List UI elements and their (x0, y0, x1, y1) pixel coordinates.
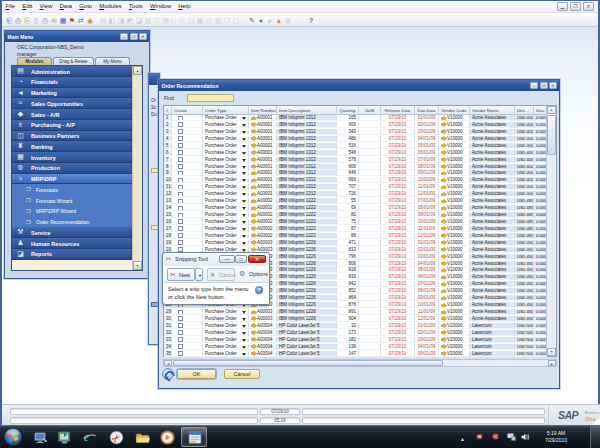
cell-item-number[interactable]: A00003 (249, 316, 277, 322)
link-arrow-icon[interactable] (441, 323, 447, 328)
create-checkbox[interactable] (178, 122, 183, 127)
column-header-create[interactable]: Create (172, 106, 203, 115)
table-icon[interactable]: ▦ (59, 16, 67, 25)
tab-modules[interactable]: Modules (17, 57, 52, 66)
link-arrow-icon[interactable] (441, 247, 447, 252)
last-record-icon[interactable]: ◪ (135, 16, 143, 25)
dropdown-arrow-icon[interactable] (242, 152, 246, 155)
create-checkbox[interactable] (178, 351, 183, 356)
cell-order-type[interactable]: Purchase Order (203, 330, 249, 336)
remote-desktop-icon[interactable] (33, 430, 48, 445)
sidebar-item-reports[interactable]: ◪Reports (12, 249, 134, 260)
link-arrow-icon[interactable] (251, 192, 257, 197)
cell-order-type[interactable]: Purchase Order (203, 351, 249, 357)
link-arrow-icon[interactable] (441, 150, 447, 155)
first-record-icon[interactable]: ◧ (108, 16, 116, 25)
cell-vendor-code[interactable]: V10000 (439, 267, 470, 273)
main-menu-close-button[interactable]: ✕ (139, 33, 147, 40)
menu-file[interactable]: File (2, 1, 19, 12)
order-window-minimize-button[interactable]: — (530, 82, 538, 89)
pencil-icon[interactable]: ✎ (248, 16, 256, 25)
dropdown-arrow-icon[interactable] (242, 221, 246, 224)
snipping-tool-icon[interactable]: ✂ (109, 430, 124, 445)
cell-item-number[interactable]: A00001 (249, 164, 277, 170)
link-arrow-icon[interactable] (251, 150, 257, 155)
link2-icon[interactable]: ▢ (232, 16, 240, 25)
dropdown-arrow-icon[interactable] (242, 207, 246, 210)
column-header-uom[interactable]: UoM (359, 106, 381, 115)
link-arrow-icon[interactable] (441, 351, 447, 356)
tab-drag-relate[interactable]: Drag & Relate (53, 57, 94, 66)
link-arrow-icon[interactable] (251, 337, 257, 342)
cell-order-type[interactable]: Purchase Order (203, 316, 249, 322)
find-icon[interactable]: ▤ (99, 16, 107, 25)
link-arrow-icon[interactable] (441, 129, 447, 134)
start-button[interactable] (3, 427, 23, 447)
cell-create[interactable] (172, 122, 203, 128)
create-checkbox[interactable] (178, 116, 183, 121)
link-arrow-icon[interactable] (251, 310, 257, 315)
dropdown-arrow-icon[interactable] (242, 318, 246, 321)
cell-vendor-code[interactable]: V10000 (439, 157, 470, 163)
tray-app-icon-1[interactable] (475, 433, 484, 441)
dropdown-arrow-icon[interactable] (242, 235, 246, 238)
create-checkbox[interactable] (178, 178, 183, 183)
cell-vendor-code[interactable]: V20000 (439, 337, 470, 343)
create-checkbox[interactable] (178, 323, 183, 328)
cell-vendor-code[interactable]: V10000 (439, 261, 470, 267)
cell-vendor-code[interactable]: V10000 (439, 115, 470, 121)
cell-order-type[interactable]: Purchase Order (203, 122, 249, 128)
create-checkbox[interactable] (178, 171, 183, 176)
cell-vendor-code[interactable]: V20000 (439, 323, 470, 329)
cell-vendor-code[interactable]: V10000 (439, 150, 470, 156)
restore-button[interactable]: ❐ (570, 2, 581, 11)
cell-create[interactable] (172, 351, 203, 357)
create-checkbox[interactable] (178, 129, 183, 134)
link-arrow-icon[interactable] (251, 316, 257, 321)
cell-item-number[interactable]: A00001 (249, 143, 277, 149)
column-header-item-description[interactable]: Item Description (277, 106, 337, 115)
cell-vendor-code[interactable]: V10000 (439, 274, 470, 280)
dropdown-arrow-icon[interactable] (242, 179, 246, 182)
create-checkbox[interactable] (178, 330, 183, 335)
column-header-vendor-code[interactable]: Vendor Code (439, 106, 470, 115)
cell-item-number[interactable]: A00001 (249, 122, 277, 128)
link-arrow-icon[interactable] (441, 296, 447, 301)
show-hidden-icons-button[interactable]: ▲ (458, 435, 467, 443)
link-arrow-icon[interactable] (441, 344, 447, 349)
create-checkbox[interactable] (178, 219, 183, 224)
cell-order-type[interactable]: Purchase Order (203, 129, 249, 135)
cell-vendor-code[interactable]: V10000 (439, 254, 470, 260)
dropdown-arrow-icon[interactable] (242, 339, 246, 342)
expand-collapse-icon[interactable] (162, 368, 174, 380)
link-arrow-icon[interactable] (251, 206, 257, 211)
link-arrow-icon[interactable] (441, 275, 447, 280)
cell-item-number[interactable]: A00002 (249, 219, 277, 225)
dropdown-arrow-icon[interactable] (242, 138, 246, 141)
link-arrow-icon[interactable] (441, 303, 447, 308)
network-icon[interactable] (507, 433, 516, 441)
create-checkbox[interactable] (178, 136, 183, 141)
link-arrow-icon[interactable] (251, 129, 257, 134)
scroll-up-button[interactable]: ▲ (133, 66, 142, 75)
cell-create[interactable] (172, 177, 203, 183)
horizontal-scroll-thumb[interactable] (173, 360, 443, 366)
active-taskbar-button[interactable] (181, 427, 207, 447)
next-record-icon[interactable]: ◩ (126, 16, 134, 25)
doc2-icon[interactable]: ⎘ (178, 16, 186, 25)
cell-vendor-code[interactable]: V10000 (439, 316, 470, 322)
order-window-maximize-button[interactable]: ❐ (540, 82, 548, 89)
new-snip-dropdown[interactable]: ▼ (195, 268, 203, 281)
link-arrow-icon[interactable] (251, 219, 257, 224)
cell-create[interactable] (172, 129, 203, 135)
link-arrow-icon[interactable] (441, 261, 447, 266)
link-arrow-icon[interactable] (251, 240, 257, 245)
dropdown-arrow-icon[interactable] (242, 346, 246, 349)
cell-vendor-code[interactable]: V10000 (439, 136, 470, 142)
link-arrow-icon[interactable] (441, 157, 447, 162)
cell-item-number[interactable]: A00001 (249, 157, 277, 163)
link-arrow-icon[interactable] (251, 116, 257, 121)
column-header-quantity[interactable]: Quantity (337, 106, 359, 115)
media-player-icon[interactable] (160, 430, 175, 445)
link-arrow-icon[interactable] (251, 323, 257, 328)
